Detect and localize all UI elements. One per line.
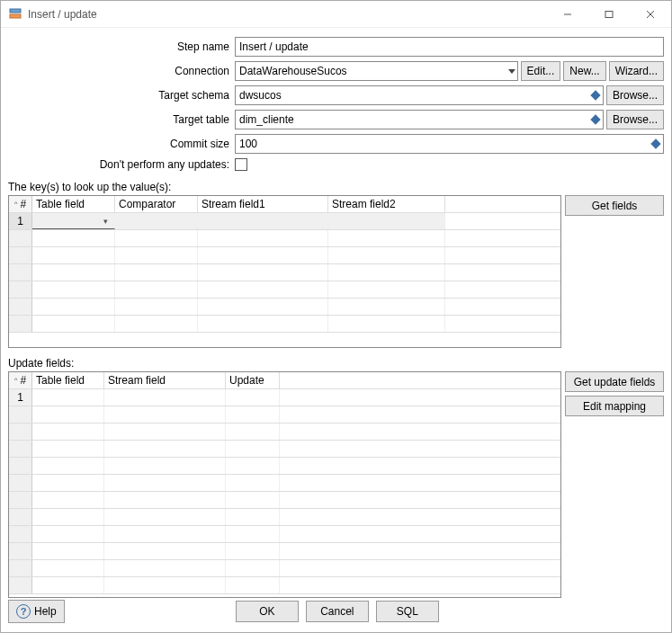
target-table-label: Target table xyxy=(8,113,235,126)
get-fields-button[interactable]: Get fields xyxy=(565,195,664,216)
keys-col-table-field[interactable]: Table field xyxy=(32,196,115,212)
connection-edit-button[interactable]: Edit... xyxy=(521,61,561,81)
update-row-empty[interactable] xyxy=(9,543,560,560)
update-col-stream-field[interactable]: Stream field xyxy=(104,372,226,388)
window-title: Insert / update xyxy=(28,8,547,21)
app-icon xyxy=(8,7,22,22)
update-row-num: 1 xyxy=(9,389,32,406)
update-row-empty[interactable] xyxy=(9,406,560,423)
help-label: Help xyxy=(34,605,57,618)
help-button[interactable]: ? Help xyxy=(8,600,65,623)
update-row-empty[interactable] xyxy=(9,441,560,458)
keys-col-stream2[interactable]: Stream field2 xyxy=(328,196,445,212)
dont-update-label: Don't perform any updates: xyxy=(8,158,235,171)
chevron-down-icon xyxy=(508,69,515,74)
chevron-down-icon: ▾ xyxy=(103,217,111,226)
update-row-empty[interactable] xyxy=(9,560,560,577)
dont-update-checkbox[interactable] xyxy=(235,158,247,171)
keys-col-stream1[interactable]: Stream field1 xyxy=(198,196,328,212)
target-schema-field[interactable] xyxy=(235,85,604,105)
keys-row-num: 1 xyxy=(9,213,32,229)
edit-mapping-button[interactable]: Edit mapping xyxy=(565,396,664,416)
step-name-label: Step name xyxy=(8,40,235,53)
sql-button[interactable]: SQL xyxy=(376,601,439,622)
svg-rect-3 xyxy=(605,11,613,17)
connection-value: DataWarehouseSucos xyxy=(239,65,347,77)
keys-row-empty[interactable] xyxy=(9,299,560,316)
target-table-field[interactable] xyxy=(235,110,604,129)
update-col-blank xyxy=(280,372,560,388)
update-col-rownum[interactable]: ^# xyxy=(9,372,32,388)
update-col-table-field[interactable]: Table field xyxy=(32,372,104,388)
form-area: Step name Connection DataWarehouseSucos … xyxy=(1,28,671,179)
cancel-button[interactable]: Cancel xyxy=(306,601,369,622)
update-col-update[interactable]: Update xyxy=(226,372,280,388)
commit-size-field[interactable] xyxy=(235,134,664,154)
keys-col-blank xyxy=(445,196,560,212)
target-table-browse-button[interactable]: Browse... xyxy=(606,110,664,129)
connection-select[interactable]: DataWarehouseSucos xyxy=(235,61,518,81)
keys-row-stream2[interactable] xyxy=(328,213,445,229)
update-row[interactable]: 1 xyxy=(9,389,560,406)
connection-wizard-button[interactable]: Wizard... xyxy=(609,61,664,81)
connection-new-button[interactable]: New... xyxy=(563,61,605,81)
keys-row[interactable]: 1 ▾ xyxy=(9,213,560,230)
update-row-empty[interactable] xyxy=(9,458,560,475)
target-schema-label: Target schema xyxy=(8,89,235,102)
maximize-button[interactable] xyxy=(588,1,630,28)
update-row-empty[interactable] xyxy=(9,526,560,543)
step-name-input[interactable] xyxy=(235,37,664,57)
update-row-update[interactable] xyxy=(226,389,280,406)
svg-rect-1 xyxy=(10,14,21,18)
update-row-empty[interactable] xyxy=(9,475,560,492)
title-bar: Insert / update xyxy=(1,1,671,28)
target-table-input[interactable] xyxy=(236,111,588,129)
svg-rect-0 xyxy=(10,9,21,13)
keys-row-stream1[interactable] xyxy=(198,213,328,229)
close-button[interactable] xyxy=(630,1,671,28)
target-schema-input[interactable] xyxy=(236,86,588,104)
commit-size-input[interactable] xyxy=(236,135,649,153)
update-row-empty[interactable] xyxy=(9,492,560,509)
keys-row-tablefield[interactable]: ▾ xyxy=(32,213,115,229)
keys-row-empty[interactable] xyxy=(9,264,560,281)
update-row-empty[interactable] xyxy=(9,509,560,526)
keys-row-comparator[interactable] xyxy=(115,213,198,229)
get-update-fields-button[interactable]: Get update fields xyxy=(565,371,664,392)
variable-icon[interactable] xyxy=(588,111,603,129)
target-schema-browse-button[interactable]: Browse... xyxy=(606,85,664,105)
commit-size-label: Commit size xyxy=(8,138,235,150)
ok-button[interactable]: OK xyxy=(236,601,299,622)
connection-label: Connection xyxy=(8,65,235,77)
help-icon: ? xyxy=(16,604,31,619)
keys-col-rownum[interactable]: ^# xyxy=(9,196,32,212)
keys-col-comparator[interactable]: Comparator xyxy=(115,196,198,212)
update-row-streamfield[interactable] xyxy=(104,389,226,406)
variable-icon[interactable] xyxy=(588,86,603,104)
keys-row-empty[interactable] xyxy=(9,316,560,333)
keys-row-empty[interactable] xyxy=(9,230,560,247)
keys-grid[interactable]: ^# Table field Comparator Stream field1 … xyxy=(8,195,561,348)
update-grid[interactable]: ^# Table field Stream field Update 1 xyxy=(8,371,561,598)
minimize-button[interactable] xyxy=(547,1,588,28)
update-row-empty[interactable] xyxy=(9,423,560,441)
keys-row-empty[interactable] xyxy=(9,247,560,264)
keys-row-empty[interactable] xyxy=(9,281,560,299)
update-row-tablefield[interactable] xyxy=(32,389,104,406)
bottom-bar: ? Help OK Cancel SQL xyxy=(1,593,671,632)
update-section-label: Update fields: xyxy=(1,355,671,371)
keys-section-label: The key(s) to look up the value(s): xyxy=(1,179,671,195)
variable-icon[interactable] xyxy=(649,135,663,153)
